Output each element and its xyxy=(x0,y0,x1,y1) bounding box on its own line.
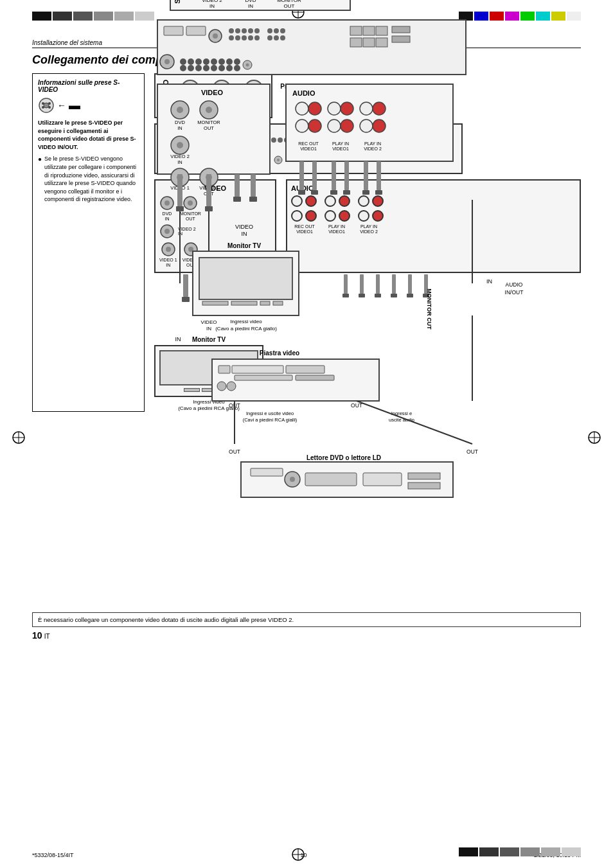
svg-rect-200 xyxy=(311,190,318,195)
svg-point-145 xyxy=(246,64,249,67)
svg-rect-249 xyxy=(305,473,357,486)
svg-rect-119 xyxy=(363,26,375,35)
full-wiring-diagram: S-VIDEO VIDEO 2 IN DVD IN xyxy=(151,0,581,606)
svg-text:REC OUT: REC OUT xyxy=(298,141,319,146)
svg-point-139 xyxy=(226,58,233,65)
svg-rect-195 xyxy=(251,174,256,197)
svg-rect-230 xyxy=(235,375,292,380)
svg-rect-228 xyxy=(232,366,283,373)
svg-text:Ingressi e uscite video: Ingressi e uscite video xyxy=(246,411,294,416)
info-bold-text: Utilizzare le prese S-VIDEO per eseguire… xyxy=(38,119,139,151)
svideo-connector-icon xyxy=(38,97,55,114)
svg-point-110 xyxy=(248,35,253,40)
svg-point-136 xyxy=(203,65,209,71)
svg-point-177 xyxy=(308,120,321,132)
svg-rect-98 xyxy=(164,26,183,35)
svg-rect-199 xyxy=(312,161,317,190)
svg-point-101 xyxy=(213,33,218,39)
svg-rect-189 xyxy=(177,174,182,206)
svg-rect-125 xyxy=(392,36,410,42)
svg-rect-120 xyxy=(376,26,387,35)
svg-point-140 xyxy=(234,58,240,65)
info-bullet: ● Se le prese S-VIDEO vengono utilizzate… xyxy=(38,155,139,204)
svg-point-174 xyxy=(360,102,373,115)
svg-point-108 xyxy=(235,35,240,40)
svg-text:IN: IN xyxy=(486,278,492,285)
svg-rect-192 xyxy=(205,206,213,211)
svg-text:IN: IN xyxy=(209,3,215,9)
svg-point-179 xyxy=(341,120,353,132)
svg-point-157 xyxy=(177,142,183,148)
wiring-svg: S-VIDEO VIDEO 2 IN DVD IN xyxy=(151,0,588,605)
svg-point-141 xyxy=(218,65,225,71)
svg-point-115 xyxy=(267,35,272,40)
info-box-title: Informazioni sulle prese S-VIDEO xyxy=(38,79,139,93)
svg-rect-204 xyxy=(343,190,350,195)
svg-text:IN/OUT: IN/OUT xyxy=(505,289,524,296)
svg-rect-229 xyxy=(286,366,324,373)
svg-point-133 xyxy=(180,65,186,71)
svg-point-114 xyxy=(280,28,285,33)
svg-rect-191 xyxy=(206,174,211,206)
reg-circle-left xyxy=(12,430,26,446)
svg-point-248 xyxy=(290,477,295,482)
svg-text:OUT: OUT xyxy=(229,448,240,455)
svg-point-130 xyxy=(195,58,202,65)
svg-rect-208 xyxy=(375,190,382,195)
svg-point-104 xyxy=(242,28,247,33)
svg-rect-214 xyxy=(202,301,228,305)
svg-text:VIDEO 2: VIDEO 2 xyxy=(170,154,190,159)
svg-text:VIDEO 2: VIDEO 2 xyxy=(364,146,382,151)
svg-point-173 xyxy=(341,102,353,115)
svg-text:(Cavo a piedini RCA giallo): (Cavo a piedini RCA giallo) xyxy=(215,326,277,332)
svg-text:IN: IN xyxy=(242,231,247,237)
svg-rect-217 xyxy=(273,301,283,305)
svg-text:(Cavi a piedini RCA gialli): (Cavi a piedini RCA gialli) xyxy=(243,417,298,423)
svg-text:Ingressi video: Ingressi video xyxy=(230,319,262,324)
svg-rect-202 xyxy=(330,190,337,195)
svg-point-129 xyxy=(188,58,194,65)
svg-point-153 xyxy=(206,107,212,113)
svg-text:IN: IN xyxy=(177,125,182,131)
svg-text:VIDEO: VIDEO xyxy=(201,89,224,96)
black-bars-bottom-right xyxy=(459,847,581,856)
svg-point-175 xyxy=(373,102,386,115)
svg-point-176 xyxy=(296,120,308,132)
svg-text:IN: IN xyxy=(248,3,253,9)
svg-text:PLAY IN: PLAY IN xyxy=(332,141,349,146)
svg-point-134 xyxy=(188,65,194,71)
svg-rect-190 xyxy=(176,206,184,211)
svg-point-137 xyxy=(211,65,217,71)
svg-point-132 xyxy=(211,58,217,65)
svg-rect-122 xyxy=(363,38,375,47)
svg-text:OUT: OUT xyxy=(466,448,478,455)
svg-text:Monitor TV: Monitor TV xyxy=(227,242,262,249)
svg-rect-198 xyxy=(298,190,305,195)
svg-rect-207 xyxy=(377,161,381,190)
svg-point-149 xyxy=(177,107,183,113)
svg-point-172 xyxy=(328,102,341,115)
svg-text:S-VIDEO: S-VIDEO xyxy=(173,0,181,4)
svg-rect-213 xyxy=(199,258,292,299)
svg-text:AUDIO: AUDIO xyxy=(292,89,315,97)
svg-rect-246 xyxy=(251,468,283,476)
bullet-dot: ● xyxy=(38,155,42,204)
svg-rect-250 xyxy=(363,473,402,486)
svg-point-17 xyxy=(48,106,51,109)
bottom-note-text: È necessario collegare un componente vid… xyxy=(38,616,294,623)
svg-point-232 xyxy=(217,382,226,391)
svg-rect-123 xyxy=(376,38,387,47)
svg-rect-205 xyxy=(364,161,368,190)
svg-text:OUT: OUT xyxy=(284,3,295,9)
svg-point-116 xyxy=(274,35,279,40)
svg-text:MONITOR: MONITOR xyxy=(197,120,220,125)
svg-text:Piastra video: Piastra video xyxy=(260,350,299,357)
svg-rect-197 xyxy=(299,161,304,190)
svg-text:Lettore DVD o lettore LD: Lettore DVD o lettore LD xyxy=(306,454,381,461)
svg-rect-193 xyxy=(235,174,240,197)
svg-rect-194 xyxy=(233,197,241,202)
svg-point-142 xyxy=(226,65,233,71)
svg-rect-201 xyxy=(332,161,336,190)
svg-rect-252 xyxy=(408,483,440,489)
section-label: Installazione del sistema xyxy=(32,39,102,46)
